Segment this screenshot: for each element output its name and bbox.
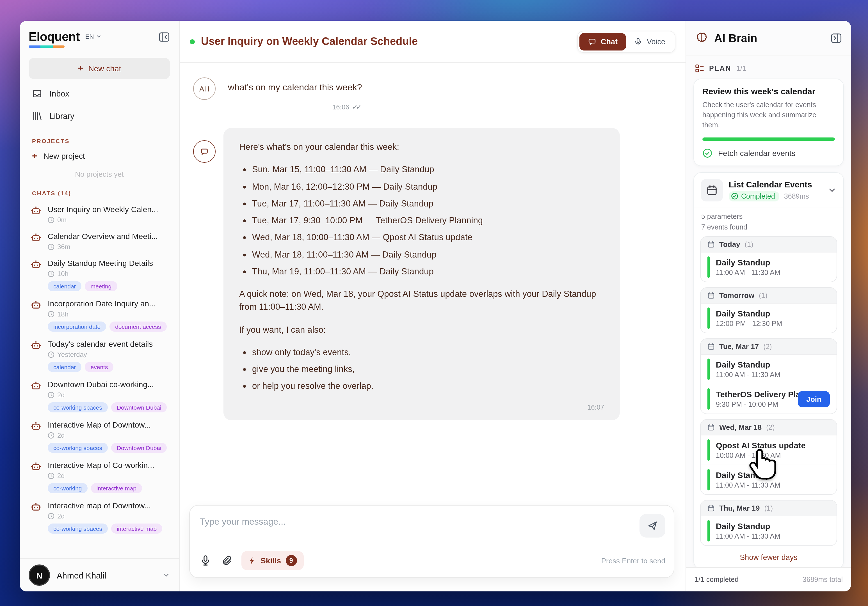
event-time: 12:00 PM - 12:30 PM [716,320,830,328]
chat-list-item[interactable]: Downtown Dubai co-working...2dco-working… [20,376,179,416]
lightning-icon [248,557,256,565]
tag-chip: Downtown Dubai [111,443,167,453]
skills-count-badge: 9 [285,555,297,566]
event-color-bar [707,308,710,329]
user-message: AH what's on my calendar this week? 16:0… [193,77,672,111]
status-badge: Completed [729,191,780,201]
event-row[interactable]: Daily Standup11:00 AM - 11:30 AM [701,253,837,282]
day-group: Wed, Mar 18(2)Qpost AI Status update10:0… [700,419,837,495]
event-bullet: Tue, Mar 17, 9:30–10:00 PM — TetherOS De… [252,214,604,227]
event-row[interactable]: TetherOS Delivery Planning9:30 PM - 10:0… [701,384,837,414]
app-logo-text: Eloquent [29,31,80,43]
chat-item-time: 2d [57,391,65,399]
message-input[interactable]: Type your message... [189,505,674,578]
sidebar-item-library[interactable]: Library [20,105,179,127]
checklist-icon [695,64,704,73]
event-row[interactable]: Daily Standup12:00 PM - 12:30 PM [701,304,837,333]
tab-chat-label: Chat [601,37,618,46]
panel-collapse-button[interactable] [830,32,842,44]
chat-header: User Inquiry on Weekly Calendar Schedule… [180,21,685,63]
chat-item-time: 2d [57,431,65,439]
microphone-button[interactable] [200,555,211,566]
chat-list-item[interactable]: Calendar Overview and Meeti...36m [20,228,179,255]
tab-chat[interactable]: Chat [580,33,626,50]
tag-chip: co-working spaces [48,443,108,453]
event-row[interactable]: Qpost AI Status update10:00 AM - 11:30 A… [701,436,837,465]
tab-voice[interactable]: Voice [626,33,673,50]
chat-item-title: User Inquiry on Weekly Calen... [48,205,171,214]
inbox-icon [32,89,42,99]
footer-completed-count: 1/1 completed [694,576,739,584]
chat-item-title: Incorporation Date Inquiry an... [48,299,171,308]
new-chat-button[interactable]: + New chat [29,58,170,79]
new-project-button[interactable]: + New project [20,147,179,165]
event-row[interactable]: Daily Standup11:00 AM - 11:30 AM [701,516,837,546]
user-menu[interactable]: N Ahmed Khalil [20,558,179,591]
plan-card: Review this week's calendar Check the us… [693,79,844,166]
tag-chip: Downtown Dubai [111,402,167,413]
chevron-down-icon[interactable] [828,186,837,195]
assistant-message: Here's what's on your calendar this week… [193,128,672,420]
chat-list-item[interactable]: Interactive Map of Co-workin...2dco-work… [20,457,179,497]
show-fewer-days-link[interactable]: Show fewer days [694,546,843,566]
plan-step-label: Fetch calendar events [718,149,795,158]
robot-icon [31,206,41,224]
day-group: Tomorrow(1)Daily Standup12:00 PM - 12:30… [700,288,837,334]
message-time: 16:07 [239,402,604,413]
chat-item-tags: co-working spacesDowntown Dubai [48,443,171,453]
chat-list-item[interactable]: Interactive Map of Downtow...2dco-workin… [20,416,179,457]
chat-item-title: Interactive map of Downtow... [48,501,171,510]
language-selector[interactable]: EN [85,33,102,40]
chat-item-time: 0m [57,216,67,224]
assistant-note: A quick note: on Wed, Mar 18, your Qpost… [239,287,604,313]
day-group: Thu, Mar 19(1)Daily Standup11:00 AM - 11… [700,500,837,546]
tag-chip: co-working spaces [48,524,108,533]
chat-item-title: Downtown Dubai co-working... [48,380,171,389]
join-button[interactable]: Join [798,391,830,407]
event-title: Qpost AI Status update [716,441,830,450]
clock-icon [48,351,54,358]
day-group-header: Thu, Mar 19(1) [701,501,837,516]
skills-button[interactable]: Skills 9 [242,551,304,570]
chat-list-item[interactable]: Daily Standup Meeting Details10hcalendar… [20,255,179,295]
desktop-wallpaper: Eloquent EN + New chat [0,0,868,606]
clock-icon [48,216,54,223]
event-row[interactable]: Daily Standup11:00 AM - 11:30 AM [701,465,837,495]
calendar-icon [707,424,715,431]
chat-list-item[interactable]: Incorporation Date Inquiry an...18hincor… [20,295,179,335]
tool-card-header[interactable]: List Calendar Events Completed 3689ms [694,173,843,208]
chat-item-time: 2d [57,472,65,480]
tool-parameters: 5 parameters [694,213,843,221]
tool-events-found: 7 events found [694,224,843,232]
sidebar-item-inbox[interactable]: Inbox [20,82,179,105]
event-time: 11:00 AM - 11:30 AM [716,481,830,489]
plan-card-description: Check the user's calendar for events hap… [702,100,835,130]
tag-chip: meeting [85,281,117,291]
chat-item-title: Interactive Map of Downtow... [48,420,171,429]
event-bullet: Mon, Mar 16, 12:00–12:30 PM — Daily Stan… [252,180,604,193]
new-chat-label: New chat [88,64,121,73]
day-group-header: Tue, Mar 17(2) [701,339,837,355]
day-groups: Today(1)Daily Standup11:00 AM - 11:30 AM… [694,237,843,546]
event-row[interactable]: Daily Standup11:00 AM - 11:30 AM [701,355,837,384]
chat-list-item[interactable]: Today's calendar event detailsYesterdayc… [20,335,179,376]
app-window: Eloquent EN + New chat [20,21,851,591]
chat-list: User Inquiry on Weekly Calen...0mCalenda… [20,199,179,558]
tag-chip: interactive map [91,483,142,493]
chevron-down-icon [96,34,102,39]
chat-list-item[interactable]: User Inquiry on Weekly Calen...0m [20,201,179,228]
calendar-icon [707,343,715,350]
attachment-button[interactable] [221,555,232,566]
send-button[interactable] [640,514,665,538]
assistant-intro: Here's what's on your calendar this week… [239,140,604,153]
ai-brain-panel: AI Brain PLAN 1/1 Review this week's cal… [685,21,851,591]
offer-bullet: show only today's events, [252,346,604,359]
sidebar: Eloquent EN + New chat [20,21,180,591]
sidebar-collapse-button[interactable] [158,31,170,43]
robot-icon [31,421,41,453]
chat-list-item[interactable]: Interactive map of Downtow...2dco-workin… [20,497,179,538]
day-group-label: Thu, Mar 19 [719,504,760,513]
plan-count: 1/1 [736,65,746,73]
robot-icon [31,260,41,291]
chat-item-time: Yesterday [57,351,87,359]
